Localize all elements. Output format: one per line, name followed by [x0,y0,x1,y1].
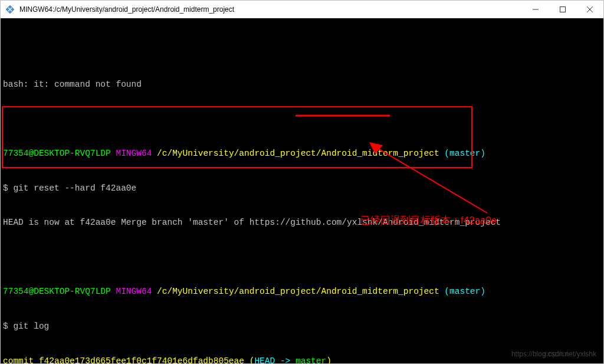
bash-error: bash: it: command not found [3,79,601,91]
prompt-line: 77354@DESKTOP-RVQ7LDP MINGW64 /c/MyUnive… [3,148,601,160]
prompt-path: /c/MyUniversity/android_project/Android_… [157,287,439,296]
command-line: $ git log [3,321,601,333]
prompt-path: /c/MyUniversity/android_project/Android_… [157,149,439,158]
window-controls [522,1,603,18]
annotation-text: 已经回退到目标版本：f42aa0e [360,214,497,228]
prompt-branch: (master) [439,287,485,296]
close-button[interactable] [576,1,603,18]
prompt-branch: (master) [439,149,485,158]
terminal-window: MINGW64:/c/MyUniversity/android_project/… [0,0,604,364]
terminal-body[interactable]: bash: it: command not found 77354@DESKTO… [1,18,603,363]
head-ref: HEAD -> [254,356,296,363]
branch-ref: master [296,356,326,363]
prompt-user: 77354@DESKTOP-RVQ7LDP [3,287,111,296]
command-line: $ git reset --hard f42aa0e [3,183,601,195]
prompt-shell: MINGW64 [111,149,157,158]
prompt-line: 77354@DESKTOP-RVQ7LDP MINGW64 /c/MyUnive… [3,286,601,298]
window-title: MINGW64:/c/MyUniversity/android_project/… [19,5,522,14]
minimize-button[interactable] [522,1,549,18]
titlebar: MINGW64:/c/MyUniversity/android_project/… [1,1,603,18]
reset-output: HEAD is now at f42aa0e Merge branch 'mas… [3,217,601,229]
watermark: https://blog.csdn.net/yxlshk [511,349,596,359]
prompt-user: 77354@DESKTOP-RVQ7LDP [3,149,111,158]
app-icon [5,5,15,14]
maximize-button[interactable] [549,1,576,18]
prompt-shell: MINGW64 [111,287,157,296]
commit-hash: commit f42aa0e173d665fee1f0c1f7401e6dfad… [3,356,244,363]
svg-rect-1 [560,6,566,12]
